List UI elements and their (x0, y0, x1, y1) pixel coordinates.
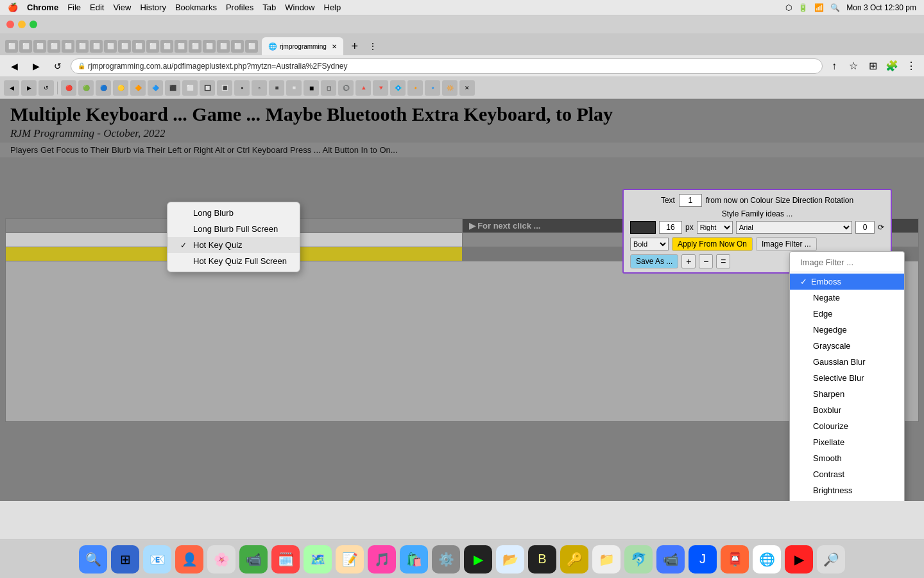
filter-grayscale[interactable]: Grayscale (790, 338, 904, 354)
font-select[interactable]: Arial Helvetica Times New Roman (736, 221, 852, 234)
tab-icon-2[interactable]: ⬜ (19, 40, 32, 53)
equals-btn[interactable]: = (716, 254, 730, 268)
tab-icon-7[interactable]: ⬜ (90, 40, 103, 53)
new-tab-button[interactable]: + (347, 39, 363, 54)
tl-yellow[interactable] (18, 21, 26, 28)
filter-colourize[interactable]: Colourize (790, 418, 904, 434)
apply-from-now-btn[interactable]: Apply From Now On (672, 237, 753, 251)
dock-icon-chrome[interactable]: 🌐 (753, 545, 781, 574)
menu-item-hotkey-quiz-full[interactable]: Hot Key Quiz Full Screen (167, 253, 300, 269)
dock-icon-finder3[interactable]: 🔎 (817, 545, 845, 574)
font-size-input[interactable] (659, 221, 682, 234)
url-box[interactable]: 🔒 rjmprogramming.com.au/pdfimageplustext… (71, 58, 823, 74)
tab-icon-4[interactable]: ⬜ (47, 40, 60, 53)
dock-icon-maps[interactable]: 🗺️ (304, 545, 332, 574)
dock-icon-contacts[interactable]: 👤 (175, 545, 203, 574)
tab-icon-3[interactable]: ⬜ (33, 40, 46, 53)
ext-21[interactable]: 🔸 (407, 80, 423, 96)
ext-20[interactable]: 💠 (390, 80, 406, 96)
ext-3[interactable]: 🔵 (96, 80, 111, 96)
ext-16[interactable]: ◻ (321, 80, 336, 96)
dock-icon-finder2[interactable]: 📁 (592, 545, 620, 574)
direction-select[interactable]: Right Left Center (697, 221, 733, 234)
ext-4[interactable]: 🟡 (113, 80, 128, 96)
filter-boxblur[interactable]: Boxblur (790, 402, 904, 418)
menu-item-history[interactable]: History (140, 3, 166, 12)
filter-contrast[interactable]: Contrast (790, 466, 904, 482)
reader-button[interactable]: ⊞ (865, 58, 880, 74)
filter-sharpen[interactable]: Sharpen (790, 386, 904, 402)
menu-item-tab[interactable]: Tab (262, 3, 276, 12)
ext-8[interactable]: ⬜ (182, 80, 198, 96)
filter-negedge[interactable]: Negedge (790, 322, 904, 338)
bm-icon-3[interactable]: ↺ (38, 80, 54, 96)
ext-2[interactable]: 🟢 (78, 80, 94, 96)
filter-smooth[interactable]: Smooth (790, 450, 904, 466)
ext-1[interactable]: 🔴 (61, 80, 76, 96)
dock-icon-postman[interactable]: 📮 (721, 545, 749, 574)
color-swatch[interactable] (630, 221, 656, 234)
ext-15[interactable]: ◼ (304, 80, 319, 96)
filter-negate[interactable]: Negate (790, 290, 904, 306)
filter-brightness[interactable]: Brightness (790, 482, 904, 498)
dock-icon-appstore[interactable]: 🛍️ (400, 545, 428, 574)
menu-item-bookmarks[interactable]: Bookmarks (175, 3, 217, 12)
tab-icon-1[interactable]: ⬜ (5, 40, 18, 53)
tab-icon-6[interactable]: ⬜ (76, 40, 89, 53)
ext-19[interactable]: 🔻 (373, 80, 388, 96)
tl-green[interactable] (30, 21, 37, 28)
ext-13[interactable]: ◾ (269, 80, 284, 96)
menu-item-file[interactable]: File (67, 3, 81, 12)
tab-icon-17[interactable]: ⬜ (231, 40, 244, 53)
text-value-input[interactable] (679, 194, 702, 207)
ext-14[interactable]: ◽ (286, 80, 302, 96)
filter-header[interactable]: Image Filter ... (790, 254, 904, 270)
save-as-btn[interactable]: Save As ... (630, 254, 678, 268)
tab-icon-9[interactable]: ⬜ (118, 40, 131, 53)
filter-pixellate[interactable]: Pixellate (790, 434, 904, 450)
ext-7[interactable]: ⬛ (165, 80, 180, 96)
ext-22[interactable]: 🔹 (425, 80, 440, 96)
menu-item-window[interactable]: Window (285, 3, 314, 12)
image-filter-btn[interactable]: Image Filter ... (756, 237, 817, 251)
tab-icon-11[interactable]: ⬜ (146, 40, 159, 53)
tab-icon-5[interactable]: ⬜ (62, 40, 74, 53)
menu-button[interactable]: ⋮ (903, 58, 919, 74)
tl-red[interactable] (6, 21, 14, 28)
minus-btn[interactable]: − (699, 254, 713, 268)
tab-icon-8[interactable]: ⬜ (104, 40, 117, 53)
back-button[interactable]: ◀ (5, 60, 23, 73)
bold-style-select[interactable]: Bold Normal Italic (630, 238, 669, 250)
close-tab-icon[interactable]: ✕ (332, 43, 337, 50)
dock-icon-launchpad[interactable]: ⊞ (111, 545, 139, 574)
tab-icon-14[interactable]: ⬜ (189, 40, 201, 53)
dock-icon-jira[interactable]: J (689, 545, 717, 574)
more-tabs-button[interactable]: ⋮ (365, 39, 381, 54)
menu-item-long-blurb-full[interactable]: Long Blurb Full Screen (167, 221, 300, 237)
ext-close[interactable]: ✕ (459, 80, 475, 96)
menu-item-view[interactable]: View (113, 3, 131, 12)
tab-icon-18[interactable]: ⬜ (245, 40, 258, 53)
search-icon[interactable]: 🔍 (830, 3, 840, 12)
menu-item-hotkey-quiz[interactable]: ✓ Hot Key Quiz (167, 237, 300, 253)
extensions-button[interactable]: 🧩 (884, 58, 900, 74)
dock-icon-finder[interactable]: 🔍 (79, 545, 107, 574)
reload-button[interactable]: ↺ (49, 60, 67, 73)
ext-12[interactable]: ▫ (252, 80, 267, 96)
dock-icon-zoom[interactable]: 📹 (656, 545, 685, 574)
dock-icon-filezilla[interactable]: 📂 (496, 545, 524, 574)
tab-icon-13[interactable]: ⬜ (175, 40, 187, 53)
ext-18[interactable]: 🔺 (355, 80, 371, 96)
bm-icon-1[interactable]: ◀ (4, 80, 19, 96)
dock-icon-reminders[interactable]: 📝 (336, 545, 364, 574)
ext-9[interactable]: 🔲 (200, 80, 215, 96)
bm-icon-2[interactable]: ▶ (21, 80, 37, 96)
tab-icon-10[interactable]: ⬜ (132, 40, 145, 53)
dock-icon-photos[interactable]: 🌸 (207, 545, 235, 574)
dock-icon-elmedia[interactable]: ▶ (785, 545, 813, 574)
ext-11[interactable]: ▪ (234, 80, 250, 96)
dock-icon-calendar[interactable]: 🗓️ (271, 545, 300, 574)
bookmark-button[interactable]: ☆ (846, 58, 861, 74)
ext-10[interactable]: 🔳 (217, 80, 232, 96)
ext-17[interactable]: 🔘 (338, 80, 354, 96)
